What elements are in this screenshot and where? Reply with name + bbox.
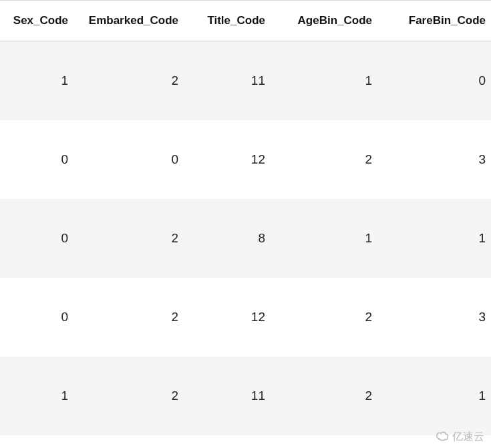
cell-value: 1 [271,41,377,121]
cell-value: 2 [73,41,184,121]
cell-value: 2 [73,357,184,435]
table-header-row: Sex_Code Embarked_Code Title_Code AgeBin… [0,1,491,41]
cell-value: 0 [377,41,491,121]
cell-value: 2 [271,120,377,199]
cell-value: 0 [0,278,73,357]
table-row: 0 2 12 2 3 [0,278,491,357]
col-header-farebin-code: FareBin_Code [377,1,491,41]
cell-value: 1 [0,41,73,121]
cell-value: 1 [377,357,491,435]
cell-value: 0 [0,120,73,199]
cell-value: 2 [271,357,377,435]
cell-value: 3 [377,120,491,199]
cell-value: 8 [184,199,271,278]
cell-value: 2 [73,199,184,278]
data-table-container: Sex_Code Embarked_Code Title_Code AgeBin… [0,0,491,435]
cell-value: 3 [377,278,491,357]
col-header-sex-code: Sex_Code [0,1,73,41]
cell-value: 12 [184,120,271,199]
col-header-title-code: Title_Code [184,1,271,41]
cell-value: 2 [271,278,377,357]
col-header-embarked-code: Embarked_Code [73,1,184,41]
cell-value: 2 [73,278,184,357]
cell-value: 1 [377,199,491,278]
table-row: 0 2 8 1 1 [0,199,491,278]
table-row: 0 0 12 2 3 [0,120,491,199]
cell-value: 1 [271,199,377,278]
data-table: Sex_Code Embarked_Code Title_Code AgeBin… [0,1,491,435]
cell-value: 11 [184,41,271,121]
cell-value: 0 [73,120,184,199]
cell-value: 1 [0,357,73,435]
table-row: 1 2 11 1 0 [0,41,491,121]
table-row: 1 2 11 2 1 [0,357,491,435]
cell-value: 0 [0,199,73,278]
cell-value: 11 [184,357,271,435]
col-header-agebin-code: AgeBin_Code [271,1,377,41]
cell-value: 12 [184,278,271,357]
